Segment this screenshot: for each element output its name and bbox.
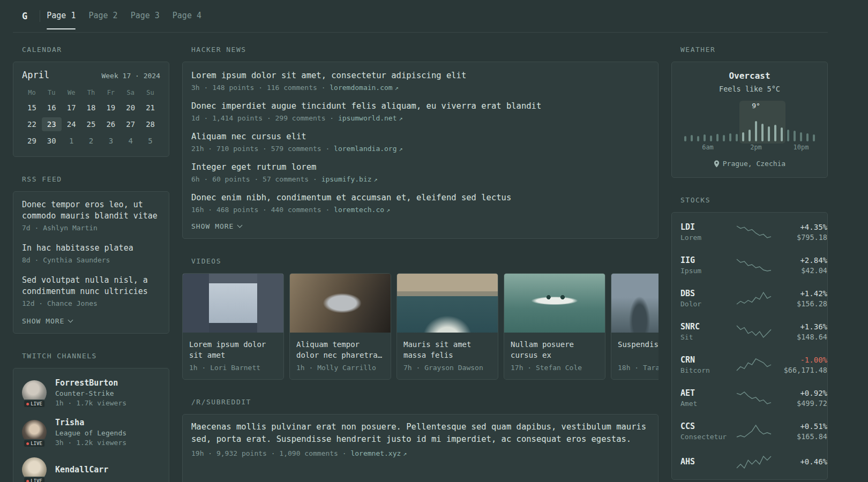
rss-section-label: RSS FEED [22,175,169,184]
video-card[interactable]: Mauris sit amet massa felis 7h · Grayson… [396,273,498,380]
post-domain-link[interactable]: loremnet.xyz↗ [350,449,407,457]
weather-bar [781,127,783,141]
calendar-day: 24 [62,117,81,131]
rss-show-more-button[interactable]: SHOW MORE [22,317,72,325]
stock-change: +1.36% [776,322,827,331]
show-more-label: SHOW MORE [22,317,64,325]
twitch-channel[interactable]: LIVE Trisha League of Legends 3h · 1.2k … [22,412,160,452]
twitch-channel[interactable]: LIVE KendallCarr [22,452,160,482]
hn-item-title[interactable]: Donec imperdiet augue tincidunt felis al… [191,100,649,112]
weather-chart-bars [684,115,815,141]
hn-item-title[interactable]: Integer eget rutrum lorem [191,161,649,173]
video-thumbnail[interactable] [183,274,283,333]
calendar-card: April Week 17 · 2024 Mo Tu We Th Fr Sa S… [13,62,169,157]
calendar-week: Week 17 · 2024 [101,72,160,80]
live-badge: LIVE [23,439,46,448]
calendar-day: 1 [62,134,81,148]
tab-page-2[interactable]: Page 2 [88,0,117,32]
stock-row[interactable]: AHS +0.46% [680,448,819,477]
hn-item-domain-link[interactable]: loremtech.co↗ [334,206,390,214]
stock-row[interactable]: CCS Consectetur +0.51% $165.84 [680,415,819,448]
stocks-widget: STOCKS LDI Lorem +4.35% $795.18 [671,196,828,480]
stocks-card: LDI Lorem +4.35% $795.18 IIG Ipsum [671,212,828,480]
tab-page-1[interactable]: Page 1 [47,0,76,32]
hn-item-domain-link[interactable]: ipsumworld.net↗ [338,114,403,122]
rss-widget: RSS FEED Donec tempor eros leo, ut commo… [13,175,169,334]
channel-game: League of Legends [55,429,126,437]
calendar-day: 22 [22,117,42,131]
video-card[interactable]: Lorem ipsum dolor sit amet consectetu… 1… [182,273,284,380]
dow-label: Su [140,89,160,96]
stock-price: $165.84 [776,432,827,441]
video-title[interactable]: Suspendisse diam [618,339,659,360]
stock-row[interactable]: CRN Bitcorn -1.00% $66,171.48 [680,348,819,381]
video-title[interactable]: Nullam posuere cursus ex [511,339,598,360]
videos-row[interactable]: Lorem ipsum dolor sit amet consectetu… 1… [182,273,659,380]
stock-row[interactable]: IIG Ipsum +2.84% $42.04 [680,248,819,282]
video-title[interactable]: Lorem ipsum dolor sit amet consectetu… [189,339,277,360]
calendar-day: 23 [42,117,62,131]
channel-avatar: LIVE [22,420,47,445]
video-card[interactable]: Nullam posuere cursus ex 17h · Stefan Co… [504,273,605,380]
video-card[interactable]: Aliquam tempor dolor nec pharetra… 1h · … [289,273,391,380]
calendar-day: 25 [81,117,101,131]
post-title[interactable]: Maecenas mollis pulvinar erat non posuer… [191,421,649,446]
hn-item-title[interactable]: Donec enim nibh, condimentum et accumsan… [191,192,649,204]
stock-change: +0.92% [776,389,827,397]
hn-item-domain-link[interactable]: loremdomain.com↗ [330,84,399,92]
tab-page-4[interactable]: Page 4 [173,0,201,32]
rss-item-title[interactable]: In hac habitasse platea [22,243,160,254]
dow-label: Sa [121,89,140,96]
dow-label: Fr [101,89,121,96]
stock-row[interactable]: AET Amet +0.92% $499.72 [680,381,819,415]
hn-item-domain-link[interactable]: ipsumify.biz↗ [321,175,378,183]
hn-item-title[interactable]: Aliquam nec cursus elit [191,131,649,142]
external-link-icon: ↗ [403,450,407,457]
hn-item-title[interactable]: Lorem ipsum dolor sit amet, consectetur … [191,70,649,81]
channel-name[interactable]: Trisha [55,418,126,427]
stock-symbol: SNRC [680,322,732,332]
stock-symbol: LDI [680,222,732,232]
dow-label: Mo [22,89,42,96]
calendar-day: 28 [140,117,160,131]
video-title[interactable]: Mauris sit amet massa felis [403,339,491,360]
video-card[interactable]: Suspendisse diam 18h · Tara [611,273,659,380]
rss-item-title[interactable]: Donec tempor eros leo, ut commodo mauris… [22,199,160,222]
video-thumbnail[interactable] [397,274,498,333]
stock-name: Dolor [680,300,732,308]
video-thumbnail[interactable] [290,274,391,333]
hn-item-domain-link[interactable]: loremlandia.org↗ [334,145,403,153]
app-logo[interactable]: G [13,11,40,21]
stock-change: +2.84% [776,256,827,265]
video-thumbnail[interactable] [611,274,659,333]
stock-price: $795.18 [776,233,827,242]
hn-item-meta: 21h · 710 points · 579 comments · loreml… [191,145,649,153]
stock-sparkline [736,291,772,306]
channel-game: Counter-Strike [55,389,126,397]
weather-card: Overcast Feels like 5°C 9° 6am2pm10pm Pr… [671,62,828,178]
stock-row[interactable]: LDI Lorem +4.35% $795.18 [680,215,819,248]
channel-name[interactable]: KendallCarr [55,465,108,475]
hn-show-more-button[interactable]: SHOW MORE [191,222,242,230]
hn-item: Donec imperdiet augue tincidunt felis al… [191,96,649,126]
stock-sparkline [736,324,772,339]
video-title[interactable]: Aliquam tempor dolor nec pharetra… [296,339,384,360]
location-pin-icon [714,160,720,168]
post-meta: 19h · 9,932 points · 1,090 comments · lo… [191,449,649,457]
weather-bar [716,134,719,141]
channel-name[interactable]: ForrestBurton [55,378,126,388]
post-stats: 19h · 9,932 points · 1,090 comments · [191,449,347,457]
stock-row[interactable]: DBS Dolor +1.42% $156.28 [680,282,819,315]
stock-name: Ipsum [680,267,732,275]
rss-item-title[interactable]: Sed volutpat nulla nisl, a condimentum n… [22,275,160,297]
channel-meta: 3h · 1.2k viewers [55,439,126,447]
weather-time-label: 10pm [794,144,809,151]
rss-item: In hac habitasse platea 8d · Cynthia Sau… [22,237,160,269]
twitch-channel[interactable]: LIVE ForrestBurton Counter-Strike 1h · 1… [22,373,160,412]
weather-bar [749,130,751,141]
video-thumbnail[interactable] [504,274,605,333]
stock-row[interactable]: SNRC Sit +1.36% $148.64 [680,315,819,348]
subreddit-section-label: /R/SUBREDDIT [191,398,659,406]
tab-page-3[interactable]: Page 3 [131,0,160,32]
subreddit-post: Maecenas mollis pulvinar erat non posuer… [191,421,649,457]
